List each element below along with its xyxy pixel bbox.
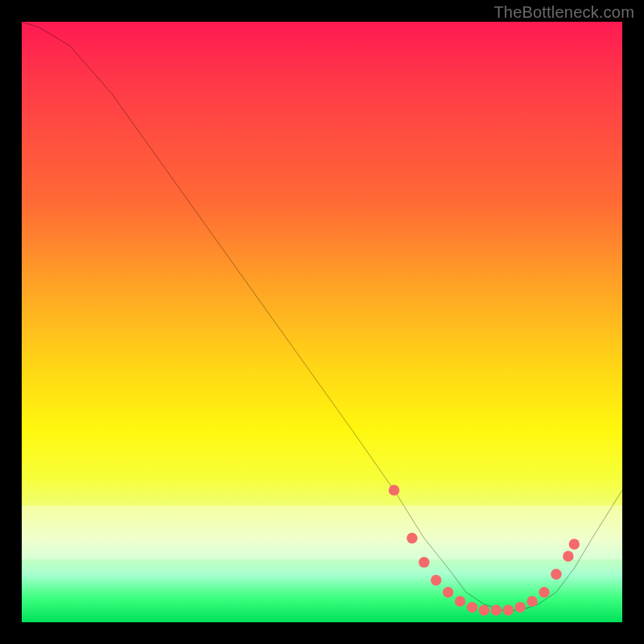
valley-dot: [491, 605, 502, 615]
valley-dot: [569, 539, 580, 549]
watermark-text: TheBottleneck.com: [493, 3, 634, 22]
valley-dot: [526, 596, 537, 606]
curve-layer: [22, 22, 622, 622]
valley-dot: [443, 587, 453, 597]
valley-dot: [455, 596, 465, 606]
valley-dot: [551, 569, 561, 580]
valley-dot: [407, 533, 417, 543]
valley-dot: [479, 605, 489, 615]
chart-stage: TheBottleneck.com: [0, 0, 644, 644]
valley-dot: [431, 575, 441, 585]
valley-dot: [419, 557, 429, 568]
bottleneck-curve: [22, 22, 622, 610]
valley-dot: [563, 551, 573, 561]
valley-dot: [514, 602, 525, 613]
plot-area: [22, 22, 622, 622]
valley-dot: [389, 485, 399, 495]
valley-dot: [467, 602, 477, 613]
valley-dot: [503, 605, 514, 615]
valley-dot: [539, 587, 549, 597]
valley-markers: [389, 485, 580, 616]
